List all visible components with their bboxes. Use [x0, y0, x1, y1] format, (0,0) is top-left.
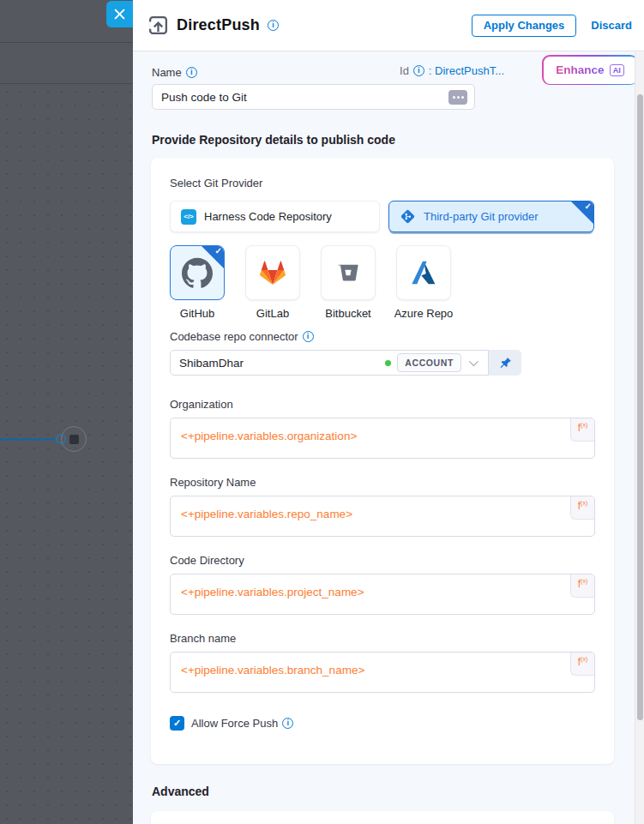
option-label: Third-party Git provider — [424, 210, 539, 223]
info-icon[interactable] — [186, 67, 197, 78]
git-diamond-icon — [400, 208, 416, 225]
directpush-step-icon — [147, 15, 169, 36]
option-third-party-git-provider[interactable]: Third-party Git provider — [388, 201, 594, 232]
close-icon — [114, 9, 125, 20]
step-id-group: Id : DirectPushT... — [400, 64, 504, 77]
tile-label-github: GitHub — [180, 307, 214, 320]
code-repo-icon: </> — [181, 209, 196, 225]
repository-details-card: Select Git Provider </> Harness Code Rep… — [151, 158, 614, 764]
info-icon[interactable] — [268, 20, 279, 31]
more-options-icon[interactable] — [448, 90, 467, 105]
close-panel-button[interactable] — [106, 1, 133, 27]
tile-azure-repo[interactable] — [396, 245, 451, 300]
option-label: Harness Code Repository — [204, 210, 332, 223]
chevron-down-icon[interactable] — [469, 357, 478, 366]
ai-badge: AI — [610, 64, 624, 76]
step-config-panel: DirectPush Apply Changes Discard Name Id… — [133, 0, 644, 824]
expression-fx-icon[interactable]: f(x) — [570, 418, 594, 442]
pipeline-edge-line — [0, 438, 57, 441]
organization-value: <+pipeline.variables.organization> — [181, 430, 357, 442]
apply-changes-button[interactable]: Apply Changes — [472, 15, 577, 37]
end-node-square-icon — [69, 435, 79, 444]
pin-icon — [498, 356, 513, 370]
code-directory-input[interactable]: <+pipeline.variables.project_name> f(x) — [170, 574, 595, 615]
codebase-connector-input[interactable]: ShibamDhar ACCOUNT — [170, 350, 489, 376]
scrollbar-track[interactable] — [635, 52, 644, 824]
expression-fx-icon[interactable]: f(x) — [570, 574, 594, 598]
tile-github[interactable] — [170, 245, 225, 300]
field-label-organization: Organization — [170, 398, 595, 411]
gitlab-icon — [257, 257, 288, 288]
step-name-input[interactable]: Push code to Git — [152, 84, 475, 110]
tile-label-azure-repo: Azure Repo — [394, 307, 454, 320]
tile-gitlab[interactable] — [245, 245, 300, 300]
force-push-label: Allow Force Push — [191, 717, 278, 730]
selected-check-icon — [202, 246, 224, 268]
force-push-label-group: Allow Force Push — [191, 717, 293, 730]
repository-name-value: <+pipeline.variables.repo_name> — [181, 508, 352, 520]
canvas-dot-grid — [0, 85, 133, 824]
page-title: DirectPush — [177, 16, 260, 34]
field-label-branch-name: Branch name — [170, 632, 595, 645]
discard-button[interactable]: Discard — [591, 19, 632, 32]
field-label-code-directory: Code Directory — [170, 554, 595, 567]
pipeline-end-node[interactable] — [61, 426, 87, 452]
connector-status-dot — [385, 360, 391, 366]
connector-label-group: Codebase repo connector — [170, 330, 595, 343]
pipeline-canvas — [0, 0, 133, 824]
field-label-repository-name: Repository Name — [170, 476, 595, 489]
info-icon[interactable] — [282, 718, 293, 729]
advanced-section-heading[interactable]: Advanced — [152, 785, 614, 798]
branch-name-value: <+pipeline.variables.branch_name> — [181, 664, 364, 677]
pin-connector-button[interactable] — [489, 350, 521, 376]
step-name-value: Push code to Git — [161, 91, 247, 104]
connector-label: Codebase repo connector — [170, 330, 298, 343]
azure-icon — [410, 259, 437, 286]
connector-value: ShibamDhar — [179, 357, 244, 370]
organization-input[interactable]: <+pipeline.variables.organization> f(x) — [170, 418, 595, 459]
enhance-label: Enhance — [556, 63, 604, 76]
repository-name-input[interactable]: <+pipeline.variables.repo_name> f(x) — [170, 496, 595, 537]
bitbucket-icon — [335, 260, 361, 286]
name-label: Name — [152, 66, 182, 79]
expression-fx-icon[interactable]: f(x) — [570, 496, 594, 520]
panel-header: DirectPush Apply Changes Discard — [133, 0, 644, 51]
branch-name-input[interactable]: <+pipeline.variables.branch_name> f(x) — [170, 652, 595, 693]
repository-section-heading: Provide Repository details to publish co… — [152, 133, 614, 147]
enhance-ai-button[interactable]: Enhance AI — [542, 55, 638, 85]
selected-check-icon — [571, 201, 593, 224]
tile-label-gitlab: GitLab — [256, 307, 289, 320]
option-harness-code-repository[interactable]: </> Harness Code Repository — [170, 201, 380, 232]
canvas-second-strip — [0, 43, 133, 84]
id-label: Id — [400, 64, 409, 77]
select-git-provider-label: Select Git Provider — [170, 177, 595, 189]
tile-label-bitbucket: Bitbucket — [325, 307, 370, 320]
expression-fx-icon[interactable]: f(x) — [570, 653, 594, 676]
id-value[interactable]: : DirectPushT... — [429, 64, 504, 77]
tile-bitbucket[interactable] — [321, 245, 376, 300]
scrollbar-thumb[interactable] — [637, 94, 643, 720]
name-label-group: Name — [152, 66, 197, 79]
force-push-checkbox[interactable] — [170, 716, 184, 731]
advanced-card — [151, 811, 614, 824]
scope-badge: ACCOUNT — [397, 353, 461, 372]
info-icon[interactable] — [413, 65, 424, 76]
code-directory-value: <+pipeline.variables.project_name> — [181, 586, 364, 598]
info-icon[interactable] — [303, 331, 314, 342]
